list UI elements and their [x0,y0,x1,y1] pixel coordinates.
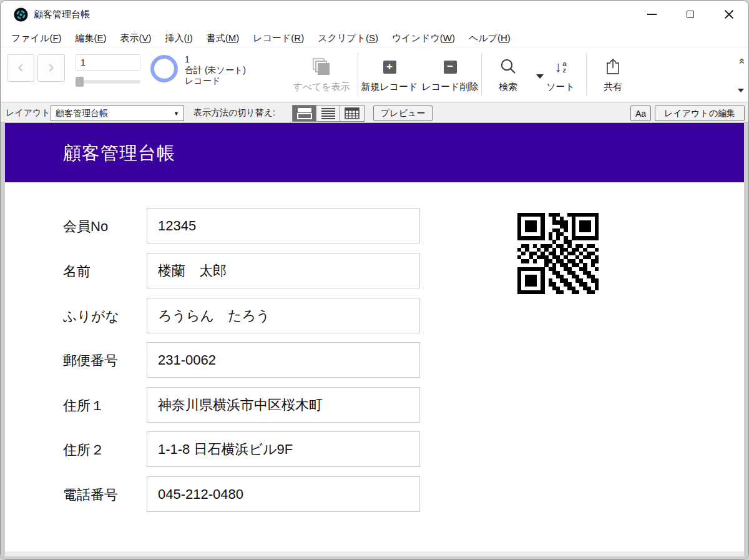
share-label: 共有 [604,81,622,93]
layout-header-title: 顧客管理台帳 [63,141,175,166]
preview-label: プレビュー [381,108,425,119]
sort-label: ソート [546,81,575,93]
stacked-records-icon [313,58,330,76]
field-input[interactable] [147,298,420,333]
minimize-icon [647,14,657,15]
maximize-icon [687,11,694,18]
record-count-caption: レコード [185,76,246,86]
close-icon [724,9,734,19]
share-icon [604,57,622,76]
delete-record-button[interactable]: − レコード削除 [421,52,479,93]
field-input[interactable] [147,342,420,378]
close-button[interactable] [710,1,748,28]
slider-track [76,80,140,84]
menu-f[interactable]: ファイル(F) [4,29,69,47]
record-count-block: 1 合計 (未ソート) レコード [185,54,246,86]
next-record-button[interactable]: › [37,54,65,82]
record-count-total: 1 [185,54,246,65]
record-count-sort-state: 合計 (未ソート) [185,65,246,76]
field-input[interactable] [147,431,420,467]
window-title: 顧客管理台帳 [34,9,90,21]
toolbar-separator [481,52,482,96]
field-label: 住所２ [63,441,104,459]
table-view-icon [345,107,360,119]
new-record-button[interactable]: + 新規レコード [361,52,418,93]
field-input[interactable] [147,253,420,288]
delete-record-label: レコード削除 [421,81,478,93]
layout-document: 顧客管理台帳 会員No名前ふりがな郵便番号住所１住所２電話番号 [5,123,744,552]
list-view-icon [321,107,336,119]
menu-s[interactable]: スクリプト(S) [311,29,385,47]
slider-thumb[interactable] [76,77,84,87]
edit-layout-label: レイアウトの編集 [664,108,735,119]
show-all-button[interactable]: すべてを表示 [283,52,360,93]
menu-i[interactable]: 挿入(I) [159,29,200,47]
layout-selected-value: 顧客管理台帳 [56,108,108,119]
app-window: 顧客管理台帳 ファイル(F)編集(E)表示(V)挿入(I)書式(M)レコード(R… [0,0,749,560]
minimize-button[interactable] [632,1,671,28]
field-input[interactable] [147,387,420,423]
form-view-icon [297,107,312,119]
previous-record-button[interactable]: ‹ [7,54,34,82]
content-frame: 顧客管理台帳 会員No名前ふりがな郵便番号住所１住所２電話番号 [1,123,748,559]
menu-bar: ファイル(F)編集(E)表示(V)挿入(I)書式(M)レコード(R)スクリプト(… [1,29,748,47]
maximize-button[interactable] [671,1,710,28]
field-input[interactable] [147,476,420,512]
menu-h[interactable]: ヘルプ(H) [462,29,517,47]
dropdown-arrow-icon: ▼ [174,111,179,117]
toolbar-options-caret-icon[interactable] [738,89,744,92]
list-view-button[interactable] [316,106,340,121]
view-switch-group [292,105,365,122]
toolbar-separator [358,52,358,96]
layout-label: レイアウト: [6,103,53,122]
collapse-toolbar-icon[interactable]: « [735,58,748,64]
layout-selector-dropdown[interactable]: 顧客管理台帳 ▼ [51,106,184,121]
new-record-label: 新規レコード [361,81,418,93]
menu-r[interactable]: レコード(R) [246,29,311,47]
layout-header-band: 顧客管理台帳 [5,123,744,182]
formatting-button[interactable]: Aa [630,106,651,121]
record-slider[interactable] [76,77,140,87]
edit-layout-button[interactable]: レイアウトの編集 [655,106,745,121]
field-label: ふりがな [63,307,119,326]
form-view-button[interactable] [293,106,316,121]
qr-code-image [517,213,599,294]
view-switch-label: 表示方法の切り替え: [193,103,275,122]
find-button[interactable]: 検索 [487,52,529,93]
minus-icon: − [444,61,457,74]
menu-v[interactable]: 表示(V) [114,29,159,47]
find-label: 検索 [499,81,517,93]
filemaker-app-icon [14,7,28,22]
menu-e[interactable]: 編集(E) [69,29,114,47]
window-bottom-edge [5,551,744,556]
sort-button[interactable]: ↓ az ソート [539,52,582,93]
preview-button[interactable]: プレビュー [373,106,433,121]
toolbar-separator [586,52,587,96]
sort-az-icon: ↓ az [554,59,566,74]
layout-bar: レイアウト: 顧客管理台帳 ▼ 表示方法の切り替え: [1,102,748,123]
show-all-label: すべてを表示 [293,81,350,93]
chevron-left-icon: ‹ [17,58,23,76]
table-view-button[interactable] [340,106,364,121]
menu-w[interactable]: ウインドウ(W) [385,29,462,47]
status-toolbar: ‹ › 1 合計 (未ソート) レコード すべてを表示 + 新規レ [1,47,748,102]
field-label: 住所１ [63,396,104,415]
chevron-right-icon: › [48,58,54,76]
field-label: 郵便番号 [63,351,118,370]
record-number-input[interactable] [76,54,140,71]
plus-icon: + [383,61,396,74]
share-button[interactable]: 共有 [592,52,634,93]
formatting-aa-label: Aa [635,109,646,119]
field-label: 電話番号 [63,486,118,504]
field-label: 会員No [63,217,108,236]
search-icon [499,57,517,76]
field-input[interactable] [147,208,420,243]
menu-m[interactable]: 書式(M) [200,29,247,47]
found-set-pie-indicator[interactable] [150,55,178,82]
field-label: 名前 [63,262,91,281]
title-bar: 顧客管理台帳 [1,1,748,29]
